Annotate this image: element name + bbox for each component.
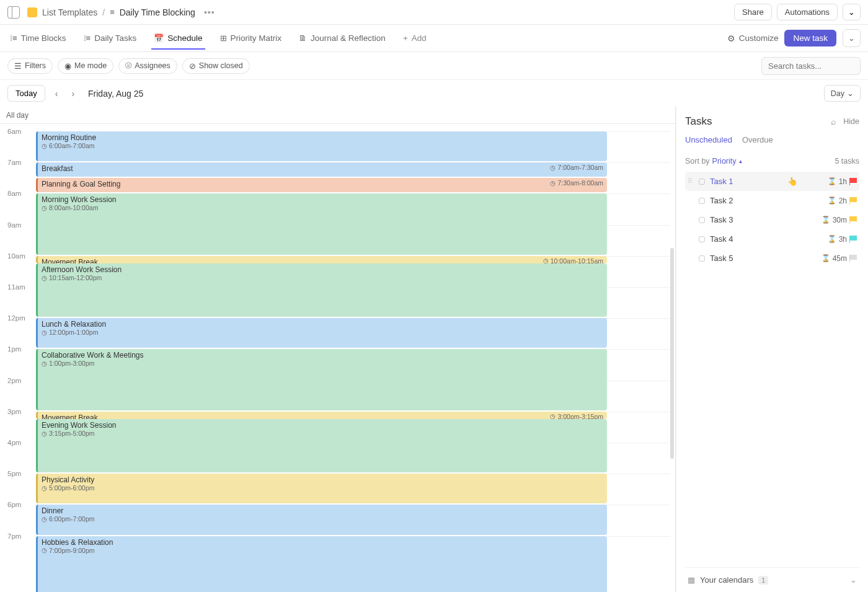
calendar-event[interactable]: Lunch & Relaxation12:00pm-1:00pm xyxy=(36,318,607,348)
task-item[interactable]: ⠿Task 3⌛30m xyxy=(685,210,859,229)
show-closed-button[interactable]: ⊘Show closed xyxy=(182,58,250,74)
calendar-event[interactable]: Evening Work Session3:15pm-5:00pm xyxy=(36,419,607,472)
breadcrumb-root[interactable]: List Templates xyxy=(42,7,97,17)
calendar-event[interactable]: Hobbies & Relaxation7:00pm-9:00pm xyxy=(36,536,607,592)
customize-button[interactable]: ⚙Customize xyxy=(727,33,779,43)
calendar-event[interactable]: Afternoon Work Session10:15am-12:00pm xyxy=(36,263,607,317)
sort-value[interactable]: Priority xyxy=(712,157,737,166)
view-range-selector[interactable]: Day⌄ xyxy=(824,85,861,102)
tab-label: Schedule xyxy=(167,33,202,43)
date-label: Friday, Aug 25 xyxy=(88,89,143,99)
task-list: ⠿Task 1👆⌛1h⠿Task 2⌛2h⠿Task 3⌛30m⠿Task 4⌛… xyxy=(685,172,859,268)
event-time: 12:00pm-1:00pm xyxy=(42,329,603,336)
sort-row: Sort by Priority ▲ 5 tasks xyxy=(685,157,859,166)
your-calendars-toggle[interactable]: ▦ Your calendars 1 ⌄ xyxy=(685,567,859,592)
time-label: 2pm xyxy=(7,377,21,384)
main-area: All day 6am7am8am9am10am11am12pm1pm2pm3p… xyxy=(0,107,868,592)
sort-caret-icon[interactable]: ▲ xyxy=(738,159,743,164)
more-icon[interactable]: ••• xyxy=(204,7,215,17)
priority-flag-icon[interactable] xyxy=(849,216,857,224)
hide-panel-button[interactable]: Hide xyxy=(843,117,859,126)
tasks-tab-overdue[interactable]: Overdue xyxy=(742,135,773,148)
task-meta: ⌛3h xyxy=(828,235,857,244)
next-day-button[interactable]: › xyxy=(68,86,78,101)
filters-button[interactable]: ☰Filters xyxy=(7,58,53,74)
calendar-event[interactable]: Movement Break10:00am-10:15am xyxy=(36,256,607,263)
sidebar-toggle-icon[interactable] xyxy=(7,6,20,19)
automations-button[interactable]: Automations xyxy=(777,4,838,20)
tasks-tab-unscheduled[interactable]: Unscheduled xyxy=(685,135,732,148)
view-range-label: Day xyxy=(831,89,844,98)
assignees-button[interactable]: ⦾Assignees xyxy=(118,58,177,74)
new-task-button[interactable]: New task xyxy=(784,30,836,46)
calendar-event[interactable]: Morning Routine6:00am-7:00am xyxy=(36,131,607,161)
check-circle-icon: ⊘ xyxy=(189,61,196,71)
task-status-checkbox[interactable] xyxy=(699,255,705,262)
task-status-checkbox[interactable] xyxy=(699,179,705,185)
tab-journal[interactable]: 🗎Journal & Reflection xyxy=(296,27,388,49)
prev-day-button[interactable]: ‹ xyxy=(51,86,62,101)
time-label: 9am xyxy=(7,221,21,229)
event-time: 6:00am-7:00am xyxy=(42,142,603,149)
task-item[interactable]: ⠿Task 1👆⌛1h xyxy=(685,172,859,191)
cursor-icon: 👆 xyxy=(787,177,797,186)
me-mode-label: Me mode xyxy=(74,61,107,70)
calendar-icon: ▦ xyxy=(688,575,695,585)
calendar-event[interactable]: Morning Work Session8:00am-10:00am xyxy=(36,193,607,254)
chevron-down-icon: ⌄ xyxy=(847,89,854,98)
task-item[interactable]: ⠿Task 2⌛2h xyxy=(685,191,859,210)
top-header: List Templates / ≡ Daily Time Blocking •… xyxy=(0,0,868,25)
priority-flag-icon[interactable] xyxy=(849,197,857,205)
event-time: 3:15pm-5:00pm xyxy=(42,430,603,437)
people-icon: ⦾ xyxy=(125,61,131,71)
time-label: 4pm xyxy=(7,439,21,446)
tab-daily-tasks[interactable]: ⁝≡Daily Tasks xyxy=(81,27,140,49)
event-title: Planning & Goal Setting xyxy=(42,180,603,188)
plus-icon: + xyxy=(403,33,408,43)
priority-flag-icon[interactable] xyxy=(849,236,857,243)
time-label: 1pm xyxy=(7,345,21,353)
hourglass-icon: ⌛ xyxy=(828,197,836,205)
search-icon[interactable]: ⌕ xyxy=(831,117,836,126)
chevron-down-icon: ⌄ xyxy=(850,575,857,585)
priority-flag-icon[interactable] xyxy=(849,178,857,185)
calendar-event[interactable]: Collaborative Work & Meetings1:00pm-3:00… xyxy=(36,349,607,410)
today-button[interactable]: Today xyxy=(7,85,45,102)
task-item[interactable]: ⠿Task 4⌛3h xyxy=(685,229,859,249)
scrollbar[interactable] xyxy=(670,248,674,459)
share-button[interactable]: Share xyxy=(734,4,772,20)
tasks-header: Tasks ⌕ Hide xyxy=(685,115,859,128)
calendar-event[interactable]: Planning & Goal Setting7:30am-8:00am xyxy=(36,178,607,192)
event-time: 10:15am-12:00pm xyxy=(42,274,603,281)
calendar-icon: 📅 xyxy=(154,33,164,43)
task-duration: 3h xyxy=(839,235,847,244)
task-item[interactable]: ⠿Task 5⌛45m xyxy=(685,249,859,268)
tab-priority-matrix[interactable]: ⊞Priority Matrix xyxy=(218,27,285,49)
breadcrumb-current[interactable]: Daily Time Blocking xyxy=(120,7,195,17)
event-title: Collaborative Work & Meetings xyxy=(42,351,603,360)
task-status-checkbox[interactable] xyxy=(699,236,705,242)
me-mode-button[interactable]: ◉Me mode xyxy=(58,58,113,74)
task-meta: ⌛30m xyxy=(822,216,857,224)
sort-label: Sort by xyxy=(685,157,710,166)
time-grid[interactable]: 6am7am8am9am10am11am12pm1pm2pm3pm4pm5pm6… xyxy=(0,124,675,592)
tab-add[interactable]: +Add xyxy=(401,27,429,49)
tab-time-blocks[interactable]: ⁝≡Time Blocks xyxy=(7,27,69,49)
tab-schedule[interactable]: 📅Schedule xyxy=(151,27,205,50)
tab-label: Time Blocks xyxy=(21,33,66,43)
calendar-event[interactable]: Movement Break3:00pm-3:15pm xyxy=(36,412,607,419)
task-status-checkbox[interactable] xyxy=(699,198,705,204)
tab-label: Priority Matrix xyxy=(231,33,282,43)
task-status-checkbox[interactable] xyxy=(699,217,705,223)
calendar-event[interactable]: Dinner6:00pm-7:00pm xyxy=(36,505,607,534)
calendar-event[interactable]: Physical Activity5:00pm-6:00pm xyxy=(36,474,607,503)
automations-caret-button[interactable]: ⌄ xyxy=(843,4,861,20)
list-tree-icon: ⁝≡ xyxy=(10,33,17,43)
priority-flag-icon[interactable] xyxy=(849,255,857,262)
search-input[interactable] xyxy=(761,57,861,75)
time-label: 8am xyxy=(7,190,21,197)
new-task-caret-button[interactable]: ⌄ xyxy=(843,29,861,47)
drag-handle-icon[interactable]: ⠿ xyxy=(688,177,694,185)
calendar-event[interactable]: Breakfast7:00am-7:30am xyxy=(36,162,607,177)
hourglass-icon: ⌛ xyxy=(822,254,830,262)
